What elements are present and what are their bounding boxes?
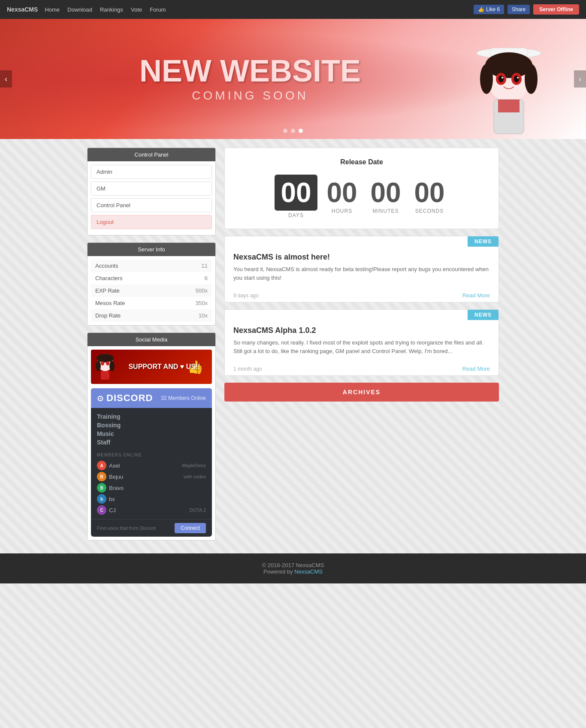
svg-point-5	[525, 64, 538, 94]
cp-admin-link[interactable]: Admin	[91, 165, 212, 179]
server-info-header: Server Info	[88, 243, 215, 256]
server-info-value: 350x	[169, 297, 212, 309]
discord-logo: ⊙ DISCORD	[97, 393, 153, 404]
nav-link-vote[interactable]: Vote	[131, 6, 142, 13]
news-excerpt-2: So many changes, not really. I fixed mos…	[233, 338, 490, 355]
server-status-button[interactable]: Server Offline	[533, 4, 579, 15]
archives-button[interactable]: ARCHIVES	[224, 383, 499, 402]
discord-channel-training[interactable]: Training	[97, 412, 206, 421]
control-panel-header: Control Panel	[88, 148, 215, 161]
social-media-header: Social Media	[88, 333, 215, 346]
control-panel-widget: Control Panel Admin GM Control Panel Log…	[87, 148, 216, 236]
banner-headline: NEW WEBSITE	[139, 55, 361, 86]
server-info-key: EXP Rate	[91, 284, 169, 297]
news-date-1: 9 days ago	[233, 293, 259, 299]
avatar: A	[97, 461, 106, 470]
cp-logout-link[interactable]: Logout	[91, 215, 212, 229]
server-info-key: Accounts	[91, 260, 169, 272]
facebook-share-button[interactable]: Share	[507, 5, 530, 14]
banner-dot-1[interactable]	[283, 129, 287, 133]
news-card-2-footer: 1 month ago Read More	[225, 362, 498, 375]
avatar: C	[97, 505, 106, 515]
cp-panel-link[interactable]: Control Panel	[91, 198, 212, 212]
table-row: Accounts 11	[91, 260, 212, 272]
server-info-body: Accounts 11 Characters 6 EXP Rate 500x M…	[88, 256, 215, 325]
news-card-1: NEWS NexsaCMS is almost here! You heard …	[224, 236, 499, 302]
countdown-seconds-box: 00 SECONDS	[410, 179, 449, 214]
discord-header: ⊙ DISCORD 32 Members Online	[91, 388, 212, 408]
table-row: Characters 6	[91, 272, 212, 284]
news-read-more-1[interactable]: Read More	[462, 292, 490, 299]
nav-right: 👍 Like 6 Share Server Offline	[474, 4, 579, 15]
banner-character	[466, 36, 560, 139]
list-item: b bx	[97, 493, 206, 504]
list-item: B Bravo	[97, 482, 206, 493]
support-text: SUPPORT AND ♥ US!!	[128, 363, 200, 371]
facebook-like-button[interactable]: 👍 Like 6	[474, 5, 504, 14]
nav-links: Home Download Rankings Vote Forum	[45, 6, 474, 13]
discord-member-game: DOTA 2	[190, 507, 206, 513]
discord-channel-music[interactable]: Music	[97, 429, 206, 438]
banner-dot-2[interactable]	[291, 129, 295, 133]
svg-point-19	[106, 361, 109, 366]
avatar: B	[97, 472, 106, 481]
countdown-days-box: 00 DAYS	[275, 175, 317, 218]
nav-link-download[interactable]: Download	[67, 6, 92, 13]
discord-channel-bossing[interactable]: Bossing	[97, 421, 206, 429]
countdown-seconds-number: 00	[410, 179, 449, 206]
nav-link-forum[interactable]: Forum	[150, 6, 166, 13]
server-info-value: 500x	[169, 284, 212, 297]
countdown-hours-label: HOURS	[332, 208, 352, 214]
server-info-widget: Server Info Accounts 11 Characters 6 EXP…	[87, 242, 216, 326]
list-item: A Axel MapleStory	[97, 460, 206, 471]
news-card-1-body: NexsaCMS is almost here! You heard it, N…	[225, 247, 498, 289]
server-info-value: 10x	[169, 309, 212, 322]
discord-member-name: CJ	[109, 507, 116, 514]
list-item: B Bejuu with codes	[97, 471, 206, 482]
banner-prev-button[interactable]: ‹	[0, 70, 12, 88]
discord-member-name: Axel	[109, 462, 120, 469]
table-row: EXP Rate 500x	[91, 284, 212, 297]
svg-point-10	[501, 77, 503, 79]
support-banner[interactable]: SUPPORT AND ♥ US!! 👍	[91, 350, 212, 384]
nav-link-home[interactable]: Home	[45, 6, 60, 13]
countdown-minutes-number: 00	[366, 179, 405, 206]
table-row: Mesos Rate 350x	[91, 297, 212, 309]
news-card-1-header: NEWS	[225, 236, 498, 247]
footer-powered-link[interactable]: NexsaCMS	[294, 568, 323, 575]
social-media-widget: Social Media SUPPORT AND ♥ US!! 👍	[87, 332, 216, 541]
svg-point-16	[96, 361, 101, 371]
discord-member-game: MapleStory	[182, 463, 206, 468]
discord-member-name: Bravo	[109, 485, 124, 491]
countdown-days-label: DAYS	[288, 212, 304, 218]
banner-website-word: WEBSITE	[211, 54, 361, 88]
fb-like-label: Like 6	[486, 6, 500, 12]
svg-point-18	[101, 361, 104, 366]
banner-next-button[interactable]: ›	[574, 70, 586, 88]
discord-member-left: C CJ	[97, 505, 116, 515]
news-read-more-2[interactable]: Read More	[462, 366, 490, 372]
banner-dot-3[interactable]	[299, 129, 303, 133]
cp-gm-link[interactable]: GM	[91, 181, 212, 196]
banner-dots	[283, 129, 303, 133]
news-badge-2: NEWS	[468, 310, 498, 320]
banner: ‹ NEW WEBSITE COMING SOON	[0, 19, 586, 139]
countdown-hours-number: 00	[323, 179, 361, 206]
news-title-2: NexsaCMS Alpha 1.0.2	[233, 326, 490, 335]
server-info-table: Accounts 11 Characters 6 EXP Rate 500x M…	[91, 260, 212, 322]
footer-copyright: © 2016-2017 NexsaCMS	[9, 562, 577, 568]
banner-new-word: NEW	[139, 54, 211, 88]
discord-footer-text: Find voice that from Discord	[97, 526, 156, 531]
news-badge-1: NEWS	[468, 236, 498, 247]
svg-point-9	[514, 76, 519, 82]
server-info-key: Mesos Rate	[91, 297, 169, 309]
countdown-days-number: 00	[275, 175, 317, 211]
countdown-boxes: 00 DAYS 00 HOURS 00 MINUTES 00 SECONDS	[233, 175, 490, 218]
nav-link-rankings[interactable]: Rankings	[100, 6, 123, 13]
news-date-2: 1 month ago	[233, 366, 262, 372]
server-info-value: 6	[169, 272, 212, 284]
discord-connect-button[interactable]: Connect	[175, 523, 206, 533]
discord-channel-staff[interactable]: Staff	[97, 438, 206, 447]
countdown-minutes-label: MINUTES	[373, 208, 399, 214]
main-container: Control Panel Admin GM Control Panel Log…	[83, 148, 503, 541]
